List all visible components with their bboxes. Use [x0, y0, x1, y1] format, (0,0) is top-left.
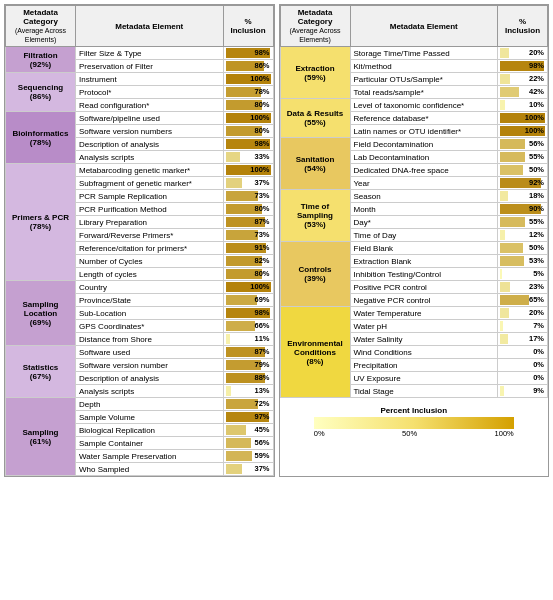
bar-container: 100% — [500, 113, 545, 123]
percent-value: 69% — [254, 295, 269, 305]
percent-value: 100% — [250, 165, 269, 175]
percent-value: 72% — [254, 399, 269, 409]
bar-container: 66% — [226, 321, 271, 331]
element-cell: Length of cycles — [76, 268, 224, 281]
percent-cell: 72% — [223, 398, 273, 411]
element-cell: Description of analysis — [76, 372, 224, 385]
right-col1-header: Metadata Category (Average Across Elemen… — [280, 6, 350, 47]
percent-cell: 82% — [223, 255, 273, 268]
element-cell: Storage Time/Time Passed — [350, 47, 498, 60]
percent-bar — [226, 152, 241, 162]
bar-container: 37% — [226, 464, 271, 474]
bar-container: 12% — [500, 230, 545, 240]
left-col2-header: Metadata Element — [76, 6, 224, 47]
element-cell: Day* — [350, 216, 498, 229]
percent-value: 20% — [529, 48, 544, 58]
element-cell: Instrument — [76, 73, 224, 86]
percent-bar — [500, 139, 525, 149]
bar-container: 100% — [500, 126, 545, 136]
bar-container: 80% — [226, 204, 271, 214]
table-row: Sampling(61%)Depth72% — [6, 398, 274, 411]
percent-value: 0% — [533, 373, 544, 383]
element-cell: Total reads/sample* — [350, 86, 498, 99]
percent-value: 0% — [533, 360, 544, 370]
bar-container: 56% — [500, 139, 545, 149]
bar-container: 80% — [226, 100, 271, 110]
percent-value: 13% — [254, 386, 269, 396]
percent-cell: 7% — [498, 320, 548, 333]
percent-value: 0% — [533, 347, 544, 357]
percent-cell: 42% — [498, 86, 548, 99]
element-cell: Metabarcoding genetic marker* — [76, 164, 224, 177]
percent-bar — [500, 282, 510, 292]
bar-container: 92% — [500, 178, 545, 188]
left-table: Metadata Category (Average Across Elemen… — [5, 5, 274, 476]
percent-bar — [500, 256, 524, 266]
bar-container: 55% — [500, 152, 545, 162]
element-cell: Province/State — [76, 294, 224, 307]
percent-cell: 87% — [223, 216, 273, 229]
percent-cell: 20% — [498, 47, 548, 60]
element-cell: Time of Day — [350, 229, 498, 242]
bar-container: 22% — [500, 74, 545, 84]
bar-container: 7% — [500, 321, 545, 331]
category-cell: Filtration(92%) — [6, 47, 76, 73]
percent-cell: 98% — [223, 47, 273, 60]
percent-bar — [500, 308, 509, 318]
element-cell: Country — [76, 281, 224, 294]
element-cell: Depth — [76, 398, 224, 411]
percent-value: 90% — [529, 204, 544, 214]
percent-value: 37% — [254, 464, 269, 474]
percent-value: 12% — [529, 230, 544, 240]
left-table-container: Metadata Category (Average Across Elemen… — [4, 4, 275, 477]
category-cell: Primers & PCR(78%) — [6, 164, 76, 281]
element-cell: Lab Decontamination — [350, 151, 498, 164]
percent-cell: 92% — [498, 177, 548, 190]
element-cell: Level of taxonomic confidence* — [350, 99, 498, 112]
element-cell: Particular OTUs/Sample* — [350, 73, 498, 86]
bar-container: 53% — [500, 256, 545, 266]
percent-value: 91% — [254, 243, 269, 253]
table-row: Controls(39%)Field Blank50% — [280, 242, 548, 255]
legend-container: Percent Inclusion 0% 50% 100% — [280, 404, 549, 440]
percent-value: 98% — [529, 61, 544, 71]
percent-cell: 13% — [223, 385, 273, 398]
bar-container: 33% — [226, 152, 271, 162]
table-row: Filtration(92%)Filter Size & Type98% — [6, 47, 274, 60]
percent-cell: 79% — [223, 359, 273, 372]
percent-cell: 97% — [223, 411, 273, 424]
main-container: Metadata Category (Average Across Elemen… — [0, 0, 553, 481]
table-row: Bioinformatics(78%)Software/pipeline use… — [6, 112, 274, 125]
element-cell: Number of Cycles — [76, 255, 224, 268]
percent-value: 11% — [254, 334, 269, 344]
element-cell: Dedicated DNA-free space — [350, 164, 498, 177]
bar-container: 11% — [226, 334, 271, 344]
percent-cell: 55% — [498, 151, 548, 164]
percent-bar — [500, 217, 525, 227]
percent-value: 45% — [254, 425, 269, 435]
percent-cell: 65% — [498, 294, 548, 307]
bar-container: 98% — [226, 48, 271, 58]
legend-max: 100% — [495, 429, 514, 438]
percent-bar — [500, 48, 509, 58]
percent-value: 98% — [254, 308, 269, 318]
percent-cell: 80% — [223, 99, 273, 112]
percent-cell: 10% — [498, 99, 548, 112]
table-row: Sequencing(86%)Instrument100% — [6, 73, 274, 86]
element-cell: Field Decontamination — [350, 138, 498, 151]
percent-cell: 80% — [223, 125, 273, 138]
element-cell: Forward/Reverse Primers* — [76, 229, 224, 242]
percent-cell: 9% — [498, 385, 548, 398]
percent-value: 55% — [529, 152, 544, 162]
percent-value: 88% — [254, 373, 269, 383]
percent-cell: 55% — [498, 216, 548, 229]
percent-cell: 53% — [498, 255, 548, 268]
percent-value: 80% — [254, 100, 269, 110]
element-cell: Water Sample Preservation — [76, 450, 224, 463]
element-cell: Positive PCR control — [350, 281, 498, 294]
percent-value: 98% — [254, 139, 269, 149]
element-cell: Biological Replication — [76, 424, 224, 437]
bar-container: 82% — [226, 256, 271, 266]
percent-value: 42% — [529, 87, 544, 97]
percent-bar — [500, 191, 508, 201]
